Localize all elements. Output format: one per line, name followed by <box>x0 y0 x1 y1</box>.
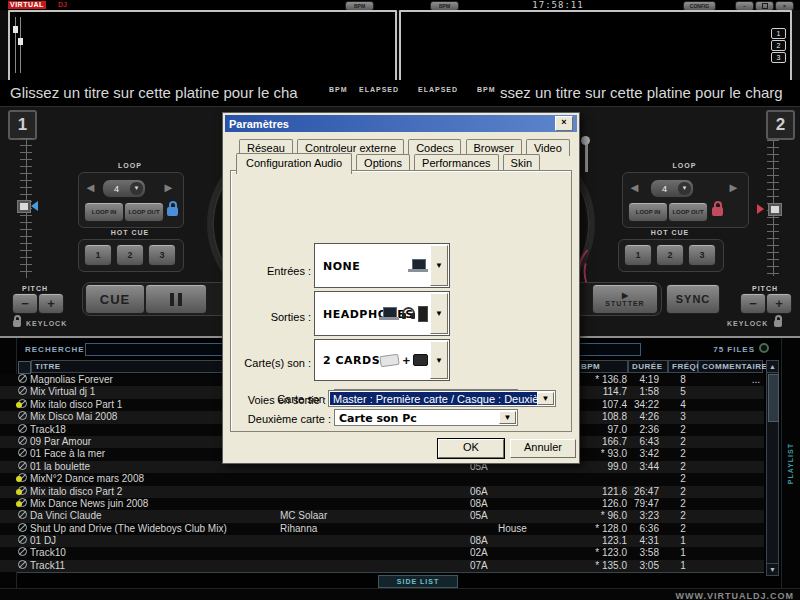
track-icon <box>18 535 27 544</box>
pitch-plus-button-left[interactable]: + <box>38 293 64 314</box>
track-row[interactable]: 01 DJ08A123.14:311 <box>0 535 764 547</box>
scroll-up-icon[interactable]: ▲ <box>767 361 778 373</box>
dropdown-arrow-button[interactable]: ▼ <box>430 245 448 286</box>
select-all-checkbox[interactable] <box>18 361 31 374</box>
pause-icon <box>178 293 182 306</box>
track-bpm: 123.1 <box>576 535 627 547</box>
column-header-duration[interactable]: DURÉE <box>628 360 668 373</box>
soundcards-value: 2 CARDS <box>323 354 380 367</box>
pitch-handle-right[interactable] <box>768 203 782 216</box>
column-header-comment[interactable]: COMMENTAIRE <box>698 360 763 373</box>
soundcards-pictogram: + <box>380 340 428 380</box>
deck1-number: 1 <box>8 110 37 140</box>
cancel-button[interactable]: Annuler <box>510 439 576 458</box>
pitch-minus-button-right[interactable]: − <box>740 293 766 314</box>
sync-button[interactable]: SYNC <box>666 284 720 314</box>
loop-length-select-left[interactable]: 4 ▼ <box>102 179 146 198</box>
loop-in-button-left[interactable]: LOOP IN <box>84 202 124 222</box>
loop-lock-icon-left[interactable] <box>167 207 178 216</box>
tab-options[interactable]: Options <box>356 154 410 171</box>
output-routing-select[interactable]: Master : Première carte / Casque : Deuxi… <box>328 390 556 407</box>
track-row[interactable]: Da Vinci ClaudeMC Solaar05A* 96.03:232 <box>0 510 764 522</box>
dropdown-arrow-button[interactable]: ▼ <box>430 341 448 379</box>
loop-lock-icon-right[interactable] <box>712 207 723 216</box>
track-row[interactable]: Mix Dance News juin 200808A126.079:472 <box>0 498 764 510</box>
pitch-marker-right-icon <box>757 204 764 214</box>
loop-double-button-left[interactable]: ► <box>162 181 175 194</box>
track-freq: 2 <box>668 498 698 510</box>
settings-dialog: Paramètres × Réseau Controleur externe C… <box>222 112 580 464</box>
hotcue-1-button-right[interactable]: 1 <box>624 244 652 266</box>
track-row[interactable]: MixN°2 Dance mars 20082 <box>0 473 764 485</box>
list-bottom-border <box>17 572 764 573</box>
loop-in-button-right[interactable]: LOOP IN <box>628 202 668 222</box>
output-routing-value: Master : Première carte / Casque : Deuxi… <box>330 392 538 405</box>
track-freq: 1 <box>668 535 698 547</box>
dropdown-arrow-button[interactable]: ▼ <box>537 392 554 405</box>
waveform-panel-left[interactable] <box>8 10 397 82</box>
hotcue-2-button-left[interactable]: 2 <box>116 244 144 266</box>
waveform-button-2[interactable]: 2 <box>771 40 786 51</box>
dialog-close-button[interactable]: × <box>555 116 573 131</box>
playlist-strip[interactable]: PLAYLIST <box>781 338 800 588</box>
hotcue-3-button-left[interactable]: 3 <box>148 244 176 266</box>
sidelist-button[interactable]: SIDE LIST <box>378 575 458 588</box>
cue-button[interactable]: CUE <box>85 284 145 314</box>
second-card-select[interactable]: Carte son Pc ▼ <box>334 409 518 426</box>
tab-performances[interactable]: Performances <box>414 154 498 171</box>
outputs-dropdown[interactable]: HEADPHONES ▼ <box>314 291 450 336</box>
track-duration: 79:47 <box>629 498 659 510</box>
track-row[interactable]: Shut Up and Drive (The Wideboys Club Mix… <box>0 523 764 535</box>
scroll-down-icon[interactable]: ▼ <box>767 563 778 575</box>
tab-configuration-audio[interactable]: Configuration Audio <box>236 153 352 174</box>
loop-out-button-left[interactable]: LOOP OUT <box>124 202 164 222</box>
keylock-icon-left[interactable] <box>13 320 21 327</box>
pitch-plus-button-right[interactable]: + <box>766 293 792 314</box>
waveform-panel-right[interactable]: 1 2 3 <box>399 10 792 82</box>
dropdown-arrow-button[interactable]: ▼ <box>430 293 448 334</box>
dialog-title: Paramètres <box>229 118 289 130</box>
loop-length-select-right[interactable]: 4 ▼ <box>650 179 694 198</box>
inputs-dropdown[interactable]: NONE ▼ <box>314 243 450 288</box>
keylock-icon-right[interactable] <box>774 320 782 327</box>
loop-half-button-left[interactable]: ◄ <box>84 181 97 194</box>
track-row[interactable]: Mix italo disco Part 206A121.626:472 <box>0 486 764 498</box>
hotcue-3-button-right[interactable]: 3 <box>688 244 716 266</box>
track-icon <box>18 448 27 457</box>
soundcards-dropdown[interactable]: 2 CARDS + ▼ <box>314 339 450 381</box>
stutter-button[interactable]: ▶ STUTTER <box>592 284 658 314</box>
waveform-button-3[interactable]: 3 <box>771 52 786 63</box>
hotcue-2-button-right[interactable]: 2 <box>656 244 684 266</box>
clock: 17:58:11 <box>525 1 591 10</box>
track-duration: 3:44 <box>629 461 659 473</box>
scrollbar[interactable]: ▲ ▼ <box>766 360 779 576</box>
waveform-slider-handle[interactable] <box>18 38 23 45</box>
tab-skin[interactable]: Skin <box>503 154 540 171</box>
column-header-freq[interactable]: FRÉQU <box>668 360 698 373</box>
dropdown-arrow-button[interactable]: ▼ <box>499 411 516 424</box>
track-row[interactable]: Track1107A* 135.03:051 <box>0 560 764 572</box>
laptop-icon <box>379 307 399 321</box>
track-freq: 8 <box>668 374 698 386</box>
pitch-minus-button-left[interactable]: − <box>12 293 38 314</box>
dialog-titlebar[interactable]: Paramètres × <box>225 115 577 132</box>
track-row[interactable]: Track1002A* 123.03:581 <box>0 547 764 559</box>
waveform-slider-handle[interactable] <box>13 26 18 33</box>
track-bpm: * 123.0 <box>576 547 627 559</box>
loop-out-button-right[interactable]: LOOP OUT <box>668 202 708 222</box>
waveform-button-1[interactable]: 1 <box>771 28 786 39</box>
bottom-bar: WWW.VIRTUALDJ.COM <box>0 588 800 600</box>
track-bpm: * 96.0 <box>576 510 627 522</box>
loop-half-button-right[interactable]: ◄ <box>628 181 641 194</box>
track-title: 01 Face à la mer <box>30 448 105 460</box>
column-header-bpm[interactable]: BPM <box>577 360 628 373</box>
pause-button[interactable] <box>145 284 207 314</box>
hotcue-1-button-left[interactable]: 1 <box>84 244 112 266</box>
pitch-handle-left[interactable] <box>17 200 31 213</box>
track-title: Mix Disco Mai 2008 <box>30 411 117 423</box>
track-title: 01 DJ <box>30 535 56 547</box>
ok-button[interactable]: OK <box>438 439 504 458</box>
inputs-label: Entrées : <box>239 265 311 277</box>
scrollbar-thumb[interactable] <box>768 374 779 422</box>
loop-double-button-right[interactable]: ► <box>727 181 740 194</box>
